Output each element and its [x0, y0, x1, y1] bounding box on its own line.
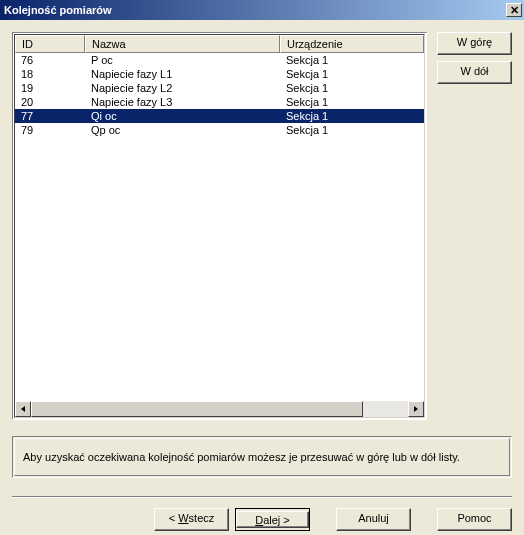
cell-name: Napiecie fazy L3	[85, 96, 280, 108]
cell-id: 19	[15, 82, 85, 94]
col-header-name[interactable]: Nazwa	[85, 35, 280, 53]
scroll-right-button[interactable]	[408, 401, 424, 417]
help-button[interactable]: Pomoc	[437, 508, 512, 531]
window-title: Kolejność pomiarów	[4, 4, 506, 16]
arrow-left-icon	[21, 406, 25, 412]
client-area: ID Nazwa Urządzenie 76P ocSekcja 118Napi…	[0, 20, 524, 535]
move-up-button[interactable]: W górę	[437, 32, 512, 55]
horizontal-scrollbar[interactable]	[15, 401, 424, 417]
col-header-id[interactable]: ID	[15, 35, 85, 53]
table-row[interactable]: 19Napiecie fazy L2Sekcja 1	[15, 81, 424, 95]
scroll-thumb[interactable]	[31, 401, 363, 417]
cell-id: 79	[15, 124, 85, 136]
table-row[interactable]: 18Napiecie fazy L1Sekcja 1	[15, 67, 424, 81]
scroll-left-button[interactable]	[15, 401, 31, 417]
cell-name: Qp oc	[85, 124, 280, 136]
cell-device: Sekcja 1	[280, 82, 424, 94]
list-body[interactable]: 76P ocSekcja 118Napiecie fazy L1Sekcja 1…	[15, 53, 424, 401]
next-button[interactable]: Dalej >	[235, 508, 310, 531]
cell-name: Qi oc	[85, 110, 280, 122]
cell-name: Napiecie fazy L2	[85, 82, 280, 94]
col-header-device[interactable]: Urządzenie	[280, 35, 424, 53]
cell-device: Sekcja 1	[280, 68, 424, 80]
arrow-right-icon	[414, 406, 418, 412]
list-header: ID Nazwa Urządzenie	[15, 35, 424, 53]
hint-frame: Aby uzyskać oczekiwana kolejność pomiaró…	[12, 436, 512, 478]
cell-device: Sekcja 1	[280, 124, 424, 136]
close-icon: ✕	[510, 5, 519, 16]
cell-id: 76	[15, 54, 85, 66]
close-button[interactable]: ✕	[506, 3, 522, 17]
measurement-list[interactable]: ID Nazwa Urządzenie 76P ocSekcja 118Napi…	[12, 32, 427, 420]
titlebar: Kolejność pomiarów ✕	[0, 0, 524, 20]
table-row[interactable]: 77Qi ocSekcja 1	[15, 109, 424, 123]
back-button[interactable]: < Wstecz	[154, 508, 229, 531]
move-down-button[interactable]: W dół	[437, 61, 512, 84]
table-row[interactable]: 20Napiecie fazy L3Sekcja 1	[15, 95, 424, 109]
cell-name: P oc	[85, 54, 280, 66]
table-row[interactable]: 76P ocSekcja 1	[15, 53, 424, 67]
cancel-button[interactable]: Anuluj	[336, 508, 411, 531]
cell-id: 77	[15, 110, 85, 122]
table-row[interactable]: 79Qp ocSekcja 1	[15, 123, 424, 137]
cell-device: Sekcja 1	[280, 110, 424, 122]
cell-device: Sekcja 1	[280, 54, 424, 66]
scroll-track[interactable]	[31, 401, 408, 417]
cell-id: 18	[15, 68, 85, 80]
separator	[12, 496, 512, 498]
button-row: < Wstecz Dalej > Anuluj Pomoc	[12, 508, 512, 531]
cell-name: Napiecie fazy L1	[85, 68, 280, 80]
hint-text: Aby uzyskać oczekiwana kolejność pomiaró…	[14, 438, 510, 476]
cell-device: Sekcja 1	[280, 96, 424, 108]
cell-id: 20	[15, 96, 85, 108]
